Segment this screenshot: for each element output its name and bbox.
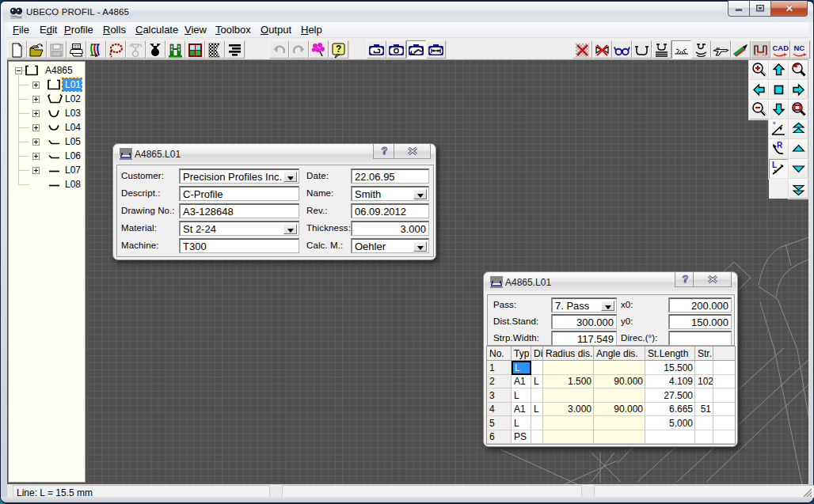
svg-text:?: ? <box>683 273 689 285</box>
svg-text:?: ? <box>382 145 388 157</box>
svg-text:°: ° <box>773 120 776 128</box>
svg-text:L: L <box>772 161 777 169</box>
svg-text:?: ? <box>336 44 341 55</box>
svg-text:NC: NC <box>794 44 805 52</box>
svg-text:CAD: CAD <box>773 44 789 52</box>
svg-text:R: R <box>777 141 783 150</box>
